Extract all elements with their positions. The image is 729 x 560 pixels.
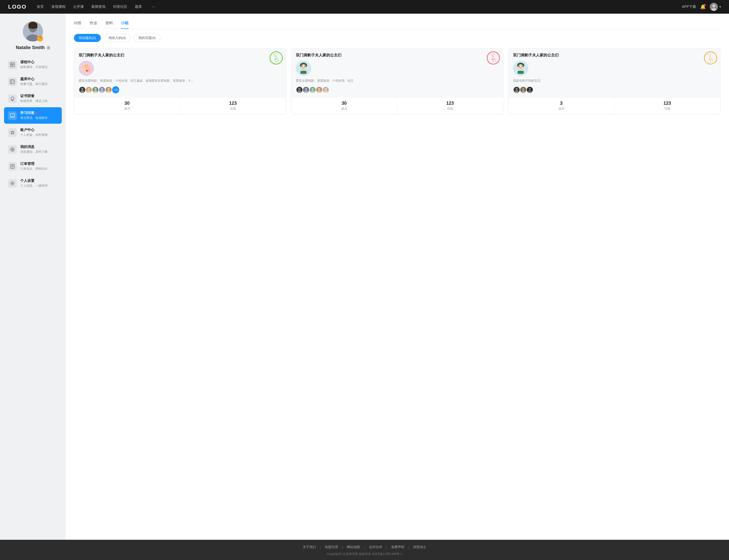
group-card-2-avatar [296, 61, 311, 76]
notification-dot [704, 4, 706, 6]
tab-homework[interactable]: 作业 [90, 21, 97, 29]
group-card-1-members: +15 [79, 86, 281, 93]
group-cards-list: 双门洞豹子夫人家的公主们 ✦ ✦已加入✦ ✦ [74, 48, 721, 114]
svg-point-67 [317, 90, 321, 93]
member-count-3: 3 [509, 101, 614, 106]
account-text: 账户中心 个人权益、实时掌握 [20, 128, 48, 137]
member-avatar-3 [92, 86, 99, 93]
nav-opencourse[interactable]: 公开课 [73, 5, 84, 9]
group-card-1-desc: 爱音乐爱电影、更爱旅游，个性好强、但又谦虚、低调爱音乐爱电影、更爱旅游，个... [79, 78, 281, 83]
sidebar-item-course[interactable]: 课程中心 精彩课程、不容错过 [4, 56, 62, 73]
account-title: 账户中心 [20, 128, 48, 132]
svg-point-57 [298, 88, 301, 90]
nav-more-icon[interactable]: ··· [152, 5, 155, 9]
sub-tab-topics[interactable]: 我的话题(4) [134, 34, 160, 42]
top-navigation: LOGO 首页 发现课程 公开课 新闻资讯 问答社区 题库 ··· APP下载 … [0, 0, 729, 14]
order-text: 订单管理 订单支出、明明白白 [20, 162, 48, 171]
sub-tab-joined[interactable]: 我加入的(4) [104, 34, 131, 42]
nav-discover[interactable]: 发现课程 [51, 5, 66, 9]
settings-icon-wrap [8, 179, 17, 188]
footer-disclaimer[interactable]: 免费声明 [387, 545, 408, 549]
svg-rect-75 [518, 71, 524, 74]
username-row: Natalie Smith ⊞ [16, 45, 50, 50]
group-card-3-topic-stat: 123 话题 [614, 98, 720, 114]
topic-label-1: 话题 [180, 106, 285, 111]
svg-text:❤: ❤ [86, 70, 88, 72]
level-badge: 🏅 [37, 35, 43, 41]
group-card-2[interactable]: 双门洞豹子夫人家的公主们 ✦ ✦已加入✦ ✦ [291, 48, 503, 114]
message-title: 我的消息 [20, 145, 48, 149]
member-avatar-2-5 [322, 86, 329, 93]
main-tabs: 问答 作业 资料 小组 [74, 21, 721, 29]
svg-point-35 [81, 88, 83, 90]
footer-recruit[interactable]: 招贤纳士 [409, 545, 430, 549]
unread-dot [35, 112, 37, 114]
sidebar-item-study-qa[interactable]: 学习问答 课后重温、疑难解答 [4, 107, 62, 124]
sidebar-item-account[interactable]: 账户中心 个人权益、实时掌握 [4, 124, 62, 141]
order-icon-wrap [8, 162, 17, 171]
member-count-1: 30 [74, 101, 180, 106]
svg-point-54 [301, 66, 302, 67]
sidebar-item-message[interactable]: 我的消息 消息通知、及时了解 [4, 141, 62, 158]
member-avatar-2-3 [309, 86, 316, 93]
sidebar: 🏅 Natalie Smith ⊞ 课程中心 精彩课程、不容错 [0, 14, 66, 540]
svg-point-76 [519, 66, 520, 67]
sidebar-item-questionbank[interactable]: 题库中心 海量习题、助力通关 [4, 73, 62, 90]
svg-point-45 [100, 90, 104, 93]
footer-partner[interactable]: 合作伙伴 [365, 545, 386, 549]
nav-qa[interactable]: 问答社区 [113, 5, 127, 9]
qr-code-icon[interactable]: ⊞ [47, 45, 50, 50]
nav-news[interactable]: 新闻资讯 [91, 5, 106, 9]
member-avatar-3-3 [526, 86, 533, 93]
group-card-1[interactable]: 双门洞豹子夫人家的公主们 ✦ ✦已加入✦ ✦ [74, 48, 286, 114]
sidebar-item-certificate[interactable]: 证书荣誉 收获荣誉、持证上岗 [4, 90, 62, 107]
group-card-2-desc: 爱音乐爱电影、更爱旅游，个性好强、但又 [296, 78, 499, 83]
svg-point-47 [108, 88, 110, 90]
badge-icon: 🏅 [38, 37, 42, 40]
group-card-3-top: 双门洞豹子夫人家的公主们 ✦ ✦已加入✦ ✦ [509, 48, 720, 97]
group-card-2-bottom: 30 成员 123 话题 [291, 97, 503, 114]
tab-qa[interactable]: 问答 [74, 21, 81, 29]
footer-sitemap[interactable]: 网站地图 [343, 545, 364, 549]
svg-point-21 [12, 149, 13, 150]
topic-label-2: 话题 [397, 106, 503, 111]
topic-label-3: 话题 [614, 106, 720, 111]
tab-groups[interactable]: 小组 [121, 21, 129, 29]
group-card-1-title: 双门洞豹子夫人家的公主们 [79, 53, 281, 58]
tab-materials[interactable]: 资料 [105, 21, 113, 29]
footer-franchise[interactable]: 加盟代理 [321, 545, 342, 549]
course-icon-wrap [8, 60, 17, 69]
sidebar-avatar-wrap: 🏅 [23, 21, 43, 41]
logo[interactable]: LOGO [8, 4, 27, 10]
svg-point-36 [80, 90, 84, 93]
group-card-1-top: 双门洞豹子夫人家的公主们 ✦ ✦已加入✦ ✦ [74, 48, 286, 97]
group-card-3-avatar [513, 61, 528, 76]
sidebar-item-order[interactable]: 订单管理 订单支出、明明白白 [4, 158, 62, 175]
svg-point-42 [94, 90, 97, 93]
group-card-2-members [296, 86, 499, 93]
svg-rect-7 [28, 26, 37, 28]
nav-home[interactable]: 首页 [37, 5, 44, 9]
member-label-3: 成员 [509, 106, 614, 111]
group-card-3[interactable]: 双门洞豹子夫人家的公主们 ✦ ✦已加入✦ ✦ [508, 48, 720, 114]
study-qa-text: 学习问答 课后重温、疑难解答 [20, 111, 48, 120]
nav-user-avatar [710, 3, 718, 11]
notification-bell-icon[interactable]: 🔔 [700, 4, 706, 10]
footer-about[interactable]: 关于我们 [299, 545, 320, 549]
user-avatar-menu[interactable]: ▾ [710, 3, 721, 11]
nav-questionbank[interactable]: 题库 [135, 5, 142, 9]
sidebar-item-settings[interactable]: 个人设置 个人信息、一键管理 [4, 175, 62, 191]
member-avatar-2-2 [302, 86, 309, 93]
message-sub: 消息通知、及时了解 [20, 150, 48, 154]
group-card-1-topic-stat: 123 话题 [180, 98, 285, 114]
sub-tab-created[interactable]: 我创建的(2) [74, 34, 101, 42]
group-card-2-title: 双门洞豹子夫人家的公主们 [296, 53, 499, 58]
message-text: 我的消息 消息通知、及时了解 [20, 145, 48, 154]
svg-rect-12 [10, 80, 14, 84]
app-download-button[interactable]: APP下载 [682, 5, 696, 9]
svg-rect-53 [300, 71, 306, 74]
footer-links: 关于我们 | 加盟代理 | 网站地图 | 合作伙伴 | 免费声明 | 招贤纳士 [8, 545, 721, 549]
course-text: 课程中心 精彩课程、不容错过 [20, 60, 48, 69]
account-icon-wrap [8, 128, 17, 137]
group-card-1-bottom: 30 成员 123 话题 [74, 97, 286, 114]
